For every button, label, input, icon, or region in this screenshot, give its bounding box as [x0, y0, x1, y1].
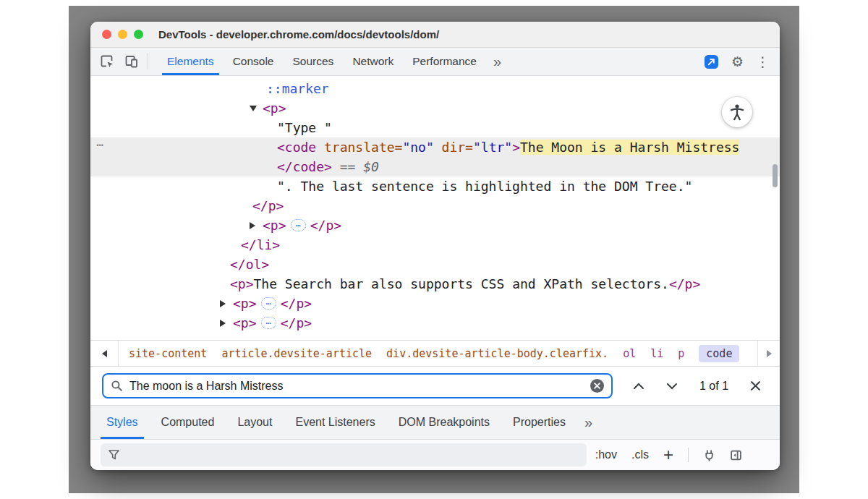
- gray-backdrop: DevTools - developer.chrome.com/docs/dev…: [69, 6, 799, 493]
- menu-kebab-icon[interactable]: ⋮: [756, 55, 770, 69]
- dom-row-p-search-bar[interactable]: <p> The Search bar also supports CSS and…: [90, 274, 780, 294]
- dom-row-p-open[interactable]: <p>: [90, 98, 780, 118]
- inspect-cursor-icon: [100, 54, 114, 69]
- breadcrumb-item-ol[interactable]: ol: [623, 347, 636, 360]
- new-style-rule-button[interactable]: +: [663, 446, 673, 464]
- tab-layout[interactable]: Layout: [226, 406, 284, 439]
- settings-gear-icon[interactable]: ⚙: [731, 55, 744, 69]
- node-menu-dots[interactable]: ⋯: [96, 137, 104, 152]
- close-tag: </p>: [669, 276, 700, 291]
- device-toolbar-icon: [124, 54, 139, 69]
- tab-event-listeners[interactable]: Event Listeners: [284, 406, 386, 439]
- chevron-left-icon: [102, 350, 107, 357]
- clear-search-button[interactable]: [590, 379, 604, 393]
- breadcrumb-item-code-selected[interactable]: code: [699, 345, 739, 362]
- tab-console[interactable]: Console: [224, 48, 284, 75]
- open-tag: <p>: [263, 218, 286, 233]
- attribute-name: dir=: [434, 140, 473, 155]
- breadcrumb-scroll-left-button[interactable]: [90, 341, 119, 366]
- dom-row-text-type[interactable]: "Type ": [90, 118, 780, 137]
- styles-toolbar-controls: :hov .cls +: [595, 446, 770, 464]
- open-tag: <p>: [233, 315, 257, 330]
- toggle-sidebar-icon[interactable]: [730, 449, 742, 461]
- previous-match-chevron-up-icon[interactable]: [633, 383, 644, 390]
- close-search-icon[interactable]: [750, 380, 761, 391]
- next-match-chevron-down-icon[interactable]: [666, 383, 678, 390]
- element-classes-toggle[interactable]: .cls: [631, 448, 649, 461]
- tab-computed[interactable]: Computed: [150, 406, 226, 439]
- close-tag: </p>: [281, 296, 312, 311]
- attribute-value: "ltr": [473, 140, 512, 155]
- minimize-window-button[interactable]: [118, 30, 127, 39]
- elements-dom-tree: ::marker <p> "Type " ⋯ <code translate= …: [90, 76, 780, 340]
- search-input-box: [102, 373, 613, 398]
- tab-properties[interactable]: Properties: [501, 406, 577, 439]
- more-tabs-button[interactable]: »: [486, 48, 509, 75]
- match-count: 1 of 1: [699, 380, 728, 393]
- collapse-arrow-icon[interactable]: [250, 106, 263, 111]
- search-navigation-controls: 1 of 1: [633, 380, 761, 393]
- dom-row-collapsed-p[interactable]: <p> ⋯ </p>: [90, 294, 780, 313]
- vertical-scrollbar-thumb[interactable]: [773, 164, 778, 187]
- breadcrumb-item-p[interactable]: p: [678, 347, 684, 360]
- tab-performance[interactable]: Performance: [403, 48, 486, 75]
- accessibility-overlay-button[interactable]: [722, 97, 752, 127]
- breadcrumb-item-site-content[interactable]: site-content: [129, 347, 207, 360]
- inline-expand-button[interactable]: ⋯: [291, 219, 306, 231]
- controls-separator: [688, 448, 689, 462]
- chevron-right-icon: [767, 350, 772, 357]
- close-tag: </p>: [310, 218, 341, 233]
- dom-row-marker[interactable]: ::marker: [90, 79, 780, 98]
- inline-expand-button[interactable]: ⋯: [261, 317, 276, 329]
- tab-network[interactable]: Network: [343, 48, 403, 75]
- plug-icon[interactable]: [703, 449, 715, 461]
- breadcrumb-scroll-right-button[interactable]: [757, 341, 780, 366]
- open-tag: <p>: [230, 276, 254, 291]
- more-sidebar-tabs-button[interactable]: »: [577, 406, 600, 439]
- text-node: "Type ": [277, 120, 332, 135]
- breadcrumb-item-div-body[interactable]: div.devsite-article-body.clearfix.: [386, 347, 608, 360]
- breadcrumb-item-li[interactable]: li: [650, 347, 663, 360]
- attribute-value: "no": [402, 140, 433, 155]
- tab-styles[interactable]: Styles: [95, 406, 150, 439]
- breadcrumb-item-article[interactable]: article.devsite-article: [221, 347, 372, 360]
- dom-row-ol-close[interactable]: </ol>: [90, 255, 780, 274]
- dom-row-p-close[interactable]: </p>: [90, 196, 780, 216]
- equals-sign: ==: [332, 159, 363, 174]
- expand-arrow-icon[interactable]: [220, 320, 233, 327]
- tab-dom-breakpoints[interactable]: DOM Breakpoints: [387, 406, 501, 439]
- dom-row-code-open-selected[interactable]: ⋯ <code translate= "no" dir= "ltr" > The…: [90, 137, 780, 157]
- expand-arrow-icon[interactable]: [250, 222, 263, 229]
- dom-row-code-close-selected[interactable]: </code> == $0: [90, 157, 780, 176]
- dom-row-text-sentence[interactable]: ". The last sentence is highlighted in t…: [90, 176, 780, 196]
- zoom-window-button[interactable]: [134, 30, 143, 39]
- breadcrumb: site-content article.devsite-article div…: [129, 345, 739, 362]
- dollar-zero-reference: $0: [363, 159, 379, 174]
- inspect-element-button[interactable]: [95, 48, 119, 75]
- device-toolbar-button[interactable]: [119, 48, 144, 75]
- element-state-toggle[interactable]: :hov: [595, 448, 617, 461]
- tab-sources[interactable]: Sources: [284, 48, 344, 75]
- styles-toolbar: :hov .cls +: [90, 440, 780, 470]
- window-title: DevTools - developer.chrome.com/docs/dev…: [158, 28, 439, 40]
- styles-filter-input[interactable]: [125, 448, 579, 462]
- screencast-icon[interactable]: [704, 54, 719, 69]
- close-tag: </p>: [281, 315, 312, 330]
- tab-elements[interactable]: Elements: [158, 48, 224, 75]
- toolbar-right-icons: ⚙ ⋮: [704, 48, 780, 75]
- dom-row-collapsed-p[interactable]: <p> ⋯ </p>: [90, 216, 780, 235]
- close-tag: </p>: [252, 198, 284, 213]
- search-input[interactable]: [129, 380, 590, 393]
- panel-tab-strip: Elements Console Sources Network Perform…: [158, 48, 509, 75]
- sidebar-tab-strip: Styles Computed Layout Event Listeners D…: [90, 406, 780, 440]
- inline-expand-button[interactable]: ⋯: [261, 297, 276, 310]
- filter-funnel-icon: [109, 450, 119, 460]
- expand-arrow-icon[interactable]: [220, 300, 233, 307]
- styles-filter-box: [101, 443, 587, 466]
- close-window-button[interactable]: [102, 30, 111, 39]
- open-tag: <p>: [233, 296, 257, 311]
- dom-row-li-close[interactable]: </li>: [90, 235, 780, 255]
- dom-row-collapsed-p[interactable]: <p> ⋯ </p>: [90, 313, 780, 333]
- open-tag: <code: [277, 140, 316, 155]
- pseudo-element-marker: ::marker: [266, 81, 329, 96]
